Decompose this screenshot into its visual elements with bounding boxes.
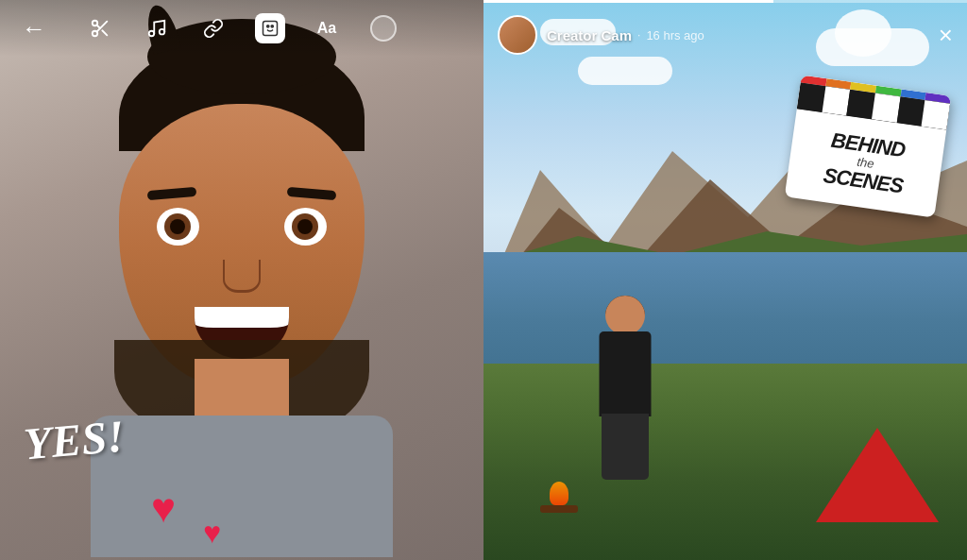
nose [223, 260, 261, 293]
toolbar: ← [0, 0, 484, 57]
person [578, 296, 672, 484]
story-meta: Creator Cam · 16 hrs ago [547, 27, 939, 43]
svg-point-5 [149, 31, 155, 37]
text-icon[interactable]: Aa [312, 13, 342, 43]
campfire-flame [550, 482, 568, 505]
svg-point-6 [160, 29, 165, 34]
left-pupil [170, 219, 185, 234]
right-eyebrow [287, 187, 337, 200]
sticker-icon[interactable] [255, 13, 285, 43]
brush-icon[interactable] [368, 13, 399, 43]
shirt [91, 416, 393, 557]
heart-icon-2: ♥ [203, 516, 221, 551]
face [119, 104, 365, 387]
svg-line-3 [102, 30, 107, 35]
left-eyebrow [147, 187, 197, 200]
story-progress-fill [484, 0, 773, 3]
back-button[interactable]: ← [19, 13, 49, 43]
person-legs [602, 414, 649, 480]
eyes [157, 208, 327, 246]
svg-line-4 [96, 25, 100, 28]
story-header: Creator Cam · 16 hrs ago × [484, 8, 967, 62]
person-body [600, 331, 652, 416]
clapper-board: BEHIND the SCENES [785, 75, 952, 217]
link-icon[interactable] [198, 13, 229, 43]
svg-point-8 [267, 25, 269, 27]
eyebrows [147, 189, 336, 198]
svg-point-9 [271, 25, 273, 27]
campfire [535, 484, 583, 513]
behind-the-scenes-sticker: BEHIND the SCENES [785, 75, 952, 217]
right-pupil [297, 219, 313, 234]
right-panel: BEHIND the SCENES Creator Cam · 16 hrs a… [484, 0, 967, 560]
scissors-icon[interactable] [85, 13, 115, 43]
tent-body [816, 428, 939, 522]
story-separator: · [637, 28, 640, 42]
close-button[interactable]: × [939, 21, 953, 50]
left-panel: YES! ♥ ♥ ← [0, 0, 484, 560]
yes-text: YES! [22, 409, 127, 469]
sticker-line3: SCENES [823, 165, 905, 197]
story-progress-bar [484, 0, 967, 3]
teeth [195, 307, 289, 328]
tent [816, 428, 939, 522]
avatar[interactable] [498, 15, 537, 55]
svg-rect-7 [263, 22, 278, 36]
left-eye [157, 208, 199, 246]
avatar-face [500, 18, 534, 52]
scene-background [484, 0, 967, 560]
campfire-base [540, 505, 578, 513]
right-eye [284, 208, 327, 246]
music-icon[interactable] [142, 13, 172, 43]
heart-icon-1: ♥ [151, 484, 176, 532]
story-account-name[interactable]: Creator Cam [547, 27, 632, 43]
person-head [605, 296, 645, 335]
story-time: 16 hrs ago [646, 28, 704, 42]
